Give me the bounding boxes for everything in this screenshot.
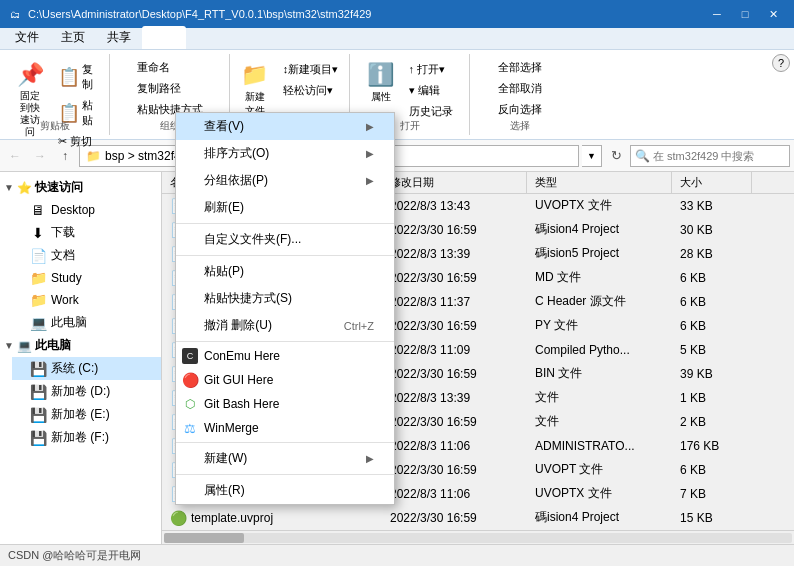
tab-view[interactable]: 查看 — [142, 26, 186, 49]
file-type: 文件 — [527, 389, 672, 406]
open-button[interactable]: ↑ 打开▾ — [405, 60, 457, 79]
sidebar-item-downloads[interactable]: ⬇ 下载 — [12, 221, 161, 244]
sidebar-item-c[interactable]: 💾 系统 (C:) — [12, 357, 161, 380]
file-size: 7 KB — [672, 487, 752, 501]
file-date: 2022/8/3 13:39 — [382, 391, 527, 405]
sidebar-item-work[interactable]: 📁 Work — [12, 289, 161, 311]
menu-item-paste[interactable]: 粘贴(P) — [176, 258, 394, 285]
menu-item-refresh[interactable]: 刷新(E) — [176, 194, 394, 221]
file-date: 2022/3/30 16:59 — [382, 223, 527, 237]
cut-button[interactable]: ✂ 剪切 — [54, 132, 97, 151]
this-pc-icon-small: 💻 — [30, 315, 46, 331]
menu-item-new[interactable]: 新建(W)▶ — [176, 445, 394, 472]
file-date: 2022/8/3 11:09 — [382, 343, 527, 357]
menu-item-gitbash[interactable]: ⬡Git Bash Here — [176, 392, 394, 416]
sidebar-header-quick-access[interactable]: ▼ ⭐ 快速访问 — [0, 176, 161, 199]
status-text: CSDN @哈哈哈可是开电网 — [8, 548, 141, 563]
col-header-type[interactable]: 类型 — [527, 172, 672, 193]
sidebar-item-d[interactable]: 💾 新加卷 (D:) — [12, 380, 161, 403]
menu-separator — [176, 474, 394, 475]
file-size: 39 KB — [672, 367, 752, 381]
scrollbar-track — [164, 533, 792, 543]
menu-label: WinMerge — [204, 421, 259, 435]
menu-separator — [176, 341, 394, 342]
copy-path-button[interactable]: 复制路径 — [133, 79, 185, 98]
file-type: C Header 源文件 — [527, 293, 672, 310]
file-size: 6 KB — [672, 295, 752, 309]
col-header-size[interactable]: 大小 — [672, 172, 752, 193]
study-icon: 📁 — [30, 270, 46, 286]
easy-access-button[interactable]: 轻松访问▾ — [279, 81, 343, 100]
submenu-arrow: ▶ — [366, 453, 374, 464]
refresh-button[interactable]: ↻ — [605, 145, 627, 167]
file-type: UVOPTX 文件 — [527, 485, 672, 502]
tab-home[interactable]: 主页 — [50, 25, 96, 49]
sidebar-item-this-pc[interactable]: 💻 此电脑 — [12, 311, 161, 334]
scrollbar-thumb[interactable] — [164, 533, 244, 543]
sidebar-item-f[interactable]: 💾 新加卷 (F:) — [12, 426, 161, 449]
sidebar-item-docs[interactable]: 📄 文档 — [12, 244, 161, 267]
this-pc-label-small: 此电脑 — [51, 314, 155, 331]
file-type: 碼ision4 Project — [527, 509, 672, 526]
e-drive-icon: 💾 — [30, 407, 46, 423]
menu-item-winmerge[interactable]: ⚖WinMerge — [176, 416, 394, 440]
properties-button[interactable]: ℹ️ 属性 — [361, 58, 401, 108]
e-drive-label: 新加卷 (E:) — [51, 406, 155, 423]
search-input[interactable] — [630, 145, 790, 167]
file-date: 2022/8/3 11:06 — [382, 439, 527, 453]
horizontal-scrollbar[interactable] — [162, 530, 794, 544]
invert-button[interactable]: 反向选择 — [494, 100, 546, 119]
menu-item-sort[interactable]: 排序方式(O)▶ — [176, 140, 394, 167]
menu-item-group[interactable]: 分组依据(P)▶ — [176, 167, 394, 194]
menu-item-gitgui[interactable]: 🔴Git GUI Here — [176, 368, 394, 392]
file-type: 碼ision5 Project — [527, 245, 672, 262]
menu-item-customize[interactable]: 自定义文件夹(F)... — [176, 226, 394, 253]
this-pc-icon: 💻 — [17, 339, 32, 353]
address-dropdown[interactable]: ▼ — [582, 145, 602, 167]
menu-item-paste_shortcut[interactable]: 粘贴快捷方式(S) — [176, 285, 394, 312]
menu-label: 粘贴(P) — [204, 263, 244, 280]
menu-item-properties[interactable]: 属性(R) — [176, 477, 394, 504]
menu-item-conemue[interactable]: CConEmu Here — [176, 344, 394, 368]
file-size: 2 KB — [672, 415, 752, 429]
menu-separator — [176, 223, 394, 224]
this-pc-label: 此电脑 — [35, 337, 71, 354]
file-icon: 🟢 — [170, 510, 187, 526]
downloads-label: 下载 — [51, 224, 155, 241]
new-item-button[interactable]: ↕新建项目▾ — [279, 60, 343, 79]
maximize-button[interactable]: □ — [732, 4, 758, 24]
sidebar: ▼ ⭐ 快速访问 🖥 Desktop ⬇ 下载 📄 文档 📁 Study 📁 — [0, 172, 162, 544]
file-date: 2022/3/30 16:59 — [382, 367, 527, 381]
menu-separator — [176, 442, 394, 443]
menu-label: 排序方式(O) — [204, 145, 269, 162]
rename-button[interactable]: 重命名 — [133, 58, 174, 77]
gitbash-icon: ⬡ — [182, 396, 198, 412]
select-all-button[interactable]: 全部选择 — [494, 58, 546, 77]
winmerge-icon: ⚖ — [182, 420, 198, 436]
sidebar-item-desktop[interactable]: 🖥 Desktop — [12, 199, 161, 221]
clipboard-buttons: 📌 固定到快 速访问 📋 复制 📋 粘贴 ✂ 剪切 — [8, 56, 101, 155]
copy-button[interactable]: 📋 复制 — [54, 60, 97, 94]
file-size: 33 KB — [672, 199, 752, 213]
tab-file[interactable]: 文件 — [4, 25, 50, 49]
select-label: 选择 — [470, 119, 570, 133]
conemue-icon: C — [182, 348, 198, 364]
file-size: 176 KB — [672, 439, 752, 453]
close-button[interactable]: ✕ — [760, 4, 786, 24]
menu-label: 撤消 删除(U) — [204, 317, 272, 334]
tab-share[interactable]: 共享 — [96, 25, 142, 49]
sidebar-item-study[interactable]: 📁 Study — [12, 267, 161, 289]
deselect-all-button[interactable]: 全部取消 — [494, 79, 546, 98]
file-date: 2022/3/30 16:59 — [382, 511, 527, 525]
help-button[interactable]: ? — [772, 54, 790, 72]
table-row[interactable]: 🟢 template.uvproj 2022/3/30 16:59 碼ision… — [162, 506, 794, 530]
sidebar-item-e[interactable]: 💾 新加卷 (E:) — [12, 403, 161, 426]
menu-item-view[interactable]: 查看(V)▶ — [176, 113, 394, 140]
col-header-date[interactable]: 修改日期 — [382, 172, 527, 193]
context-menu: 查看(V)▶排序方式(O)▶分组依据(P)▶刷新(E)自定义文件夹(F)...粘… — [175, 112, 395, 505]
menu-item-undo[interactable]: 撤消 删除(U)Ctrl+Z — [176, 312, 394, 339]
edit-button[interactable]: ▾ 编辑 — [405, 81, 457, 100]
menu-label: 刷新(E) — [204, 199, 244, 216]
minimize-button[interactable]: ─ — [704, 4, 730, 24]
sidebar-header-this-pc[interactable]: ▼ 💻 此电脑 — [0, 334, 161, 357]
